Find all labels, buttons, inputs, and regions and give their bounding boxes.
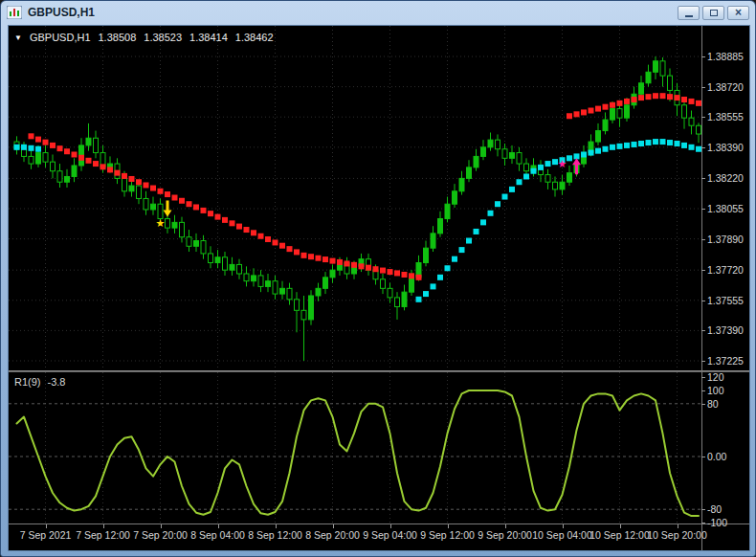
- window-title: GBPUSD,H1: [28, 6, 95, 19]
- close-icon: ×: [735, 7, 742, 18]
- indicator-label: R1(9) -3.8: [14, 376, 65, 388]
- time-axis-tick: [161, 524, 162, 528]
- time-axis-label: 9 Sep 20:00: [478, 529, 532, 541]
- time-axis-tick: [218, 524, 219, 528]
- indicator-grid: [46, 372, 678, 524]
- time-axis-tick: [563, 524, 564, 528]
- time-axis-tick: [505, 524, 506, 528]
- indicator-scale-tick: [701, 523, 705, 524]
- price-scale-tick: [701, 330, 705, 331]
- indicator-value: -3.8: [48, 376, 66, 388]
- chart-area: ★★ ▼ GBPUSD,H1 1.38508 1.38523 1.38414 1…: [8, 25, 750, 551]
- price-scale-label: 1.38720: [707, 81, 744, 93]
- price-scale-tick: [701, 56, 705, 57]
- indicator-scale[interactable]: 120100800.00-80-100: [701, 372, 749, 524]
- ohlc-open: 1.38508: [99, 32, 137, 43]
- window-controls: ×: [678, 6, 749, 20]
- price-scale-tick: [701, 361, 705, 362]
- time-axis-label: 10 Sep 20:00: [647, 529, 706, 541]
- price-scale-label: 1.38220: [707, 172, 744, 184]
- price-scale-label: 1.38885: [707, 51, 744, 62]
- ohlc-high: 1.38523: [144, 32, 182, 43]
- price-scale-tick: [701, 87, 705, 88]
- time-axis-tick: [276, 524, 277, 528]
- indicator-scale-tick: [701, 377, 705, 378]
- symbol-dropdown-icon[interactable]: ▼: [14, 33, 22, 42]
- time-axis-label: 10 Sep 04:00: [532, 529, 591, 541]
- sell-arrow: [164, 201, 172, 217]
- indicator-scale-label: 0.00: [707, 451, 726, 462]
- price-scale-label: 1.38055: [707, 203, 744, 214]
- time-axis-tick: [678, 524, 678, 528]
- restore-icon: [710, 10, 718, 16]
- close-button[interactable]: ×: [727, 6, 749, 20]
- time-axis-tick: [620, 524, 621, 528]
- main-grid: [9, 26, 701, 370]
- price-scale-label: 1.37720: [707, 264, 744, 276]
- time-axis-label: 7 Sep 12:00: [76, 529, 130, 541]
- price-scale-tick: [701, 117, 705, 118]
- price-scale-label: 1.37225: [707, 355, 744, 367]
- title-bar[interactable]: GBPUSD,H1 ×: [1, 1, 755, 24]
- chart-window: GBPUSD,H1 × ★★ ▼ GBPUSD,H1 1.38508 1.385…: [0, 0, 756, 557]
- price-scale-label: 1.38555: [707, 111, 744, 123]
- indicator-scale-tick: [701, 404, 705, 405]
- price-scale-tick: [701, 270, 705, 271]
- price-scale-label: 1.38390: [707, 142, 744, 153]
- indicator-scale-label: 100: [707, 385, 724, 396]
- price-scale-label: 1.37390: [707, 324, 744, 336]
- time-axis-tick: [333, 524, 334, 528]
- price-scale-tick: [701, 209, 705, 210]
- quote-info-bar: ▼ GBPUSD,H1 1.38508 1.38523 1.38414 1.38…: [14, 32, 274, 43]
- indicator-scale-label: 120: [707, 371, 724, 383]
- time-axis-tick: [448, 524, 449, 528]
- time-axis-label: 8 Sep 20:00: [305, 529, 360, 541]
- buy-star: ★: [558, 158, 567, 169]
- restore-button[interactable]: [702, 6, 724, 20]
- time-axis-tick: [46, 524, 47, 528]
- time-axis-label: 7 Sep 20:00: [133, 529, 188, 541]
- ohlc-low: 1.38414: [189, 32, 228, 43]
- price-scale-tick: [701, 147, 705, 148]
- sell-star: ★: [156, 217, 166, 229]
- oscillator-line: [17, 390, 700, 516]
- indicator-scale-tick: [701, 509, 705, 510]
- time-axis-label: 7 Sep 2021: [20, 529, 72, 541]
- price-scale-label: 1.37555: [707, 295, 744, 306]
- ohlc-symbol: GBPUSD,H1: [30, 32, 91, 43]
- main-price-pane[interactable]: ★★: [9, 26, 701, 370]
- indicator-scale-tick: [701, 457, 705, 457]
- time-axis-label: 10 Sep 12:00: [589, 529, 649, 541]
- indicator-scale-label: 80: [707, 398, 719, 410]
- indicator-scale-label: -80: [707, 503, 722, 515]
- time-axis[interactable]: 7 Sep 20217 Sep 12:007 Sep 20:008 Sep 04…: [9, 524, 749, 550]
- price-scale-tick: [701, 239, 705, 240]
- ohlc-close: 1.38462: [235, 32, 274, 43]
- price-scale-tick: [701, 178, 705, 179]
- pane-separator[interactable]: [9, 370, 749, 372]
- price-scale-tick: [701, 301, 705, 301]
- indicator-scale-tick: [701, 390, 705, 391]
- time-axis-label: 9 Sep 04:00: [363, 529, 417, 541]
- time-axis-label: 8 Sep 04:00: [190, 529, 245, 541]
- time-axis-label: 9 Sep 12:00: [420, 529, 475, 541]
- buy-arrow: [572, 158, 581, 174]
- chart-icon: [7, 6, 22, 19]
- time-axis-label: 8 Sep 12:00: [248, 529, 302, 541]
- price-scale-label: 1.37890: [707, 234, 744, 245]
- time-axis-tick: [390, 524, 391, 528]
- indicator-pane[interactable]: [9, 372, 701, 524]
- time-axis-tick: [103, 524, 104, 528]
- indicator-name: R1(9): [14, 376, 41, 388]
- minimize-icon: [685, 15, 693, 17]
- minimize-button[interactable]: [678, 6, 700, 20]
